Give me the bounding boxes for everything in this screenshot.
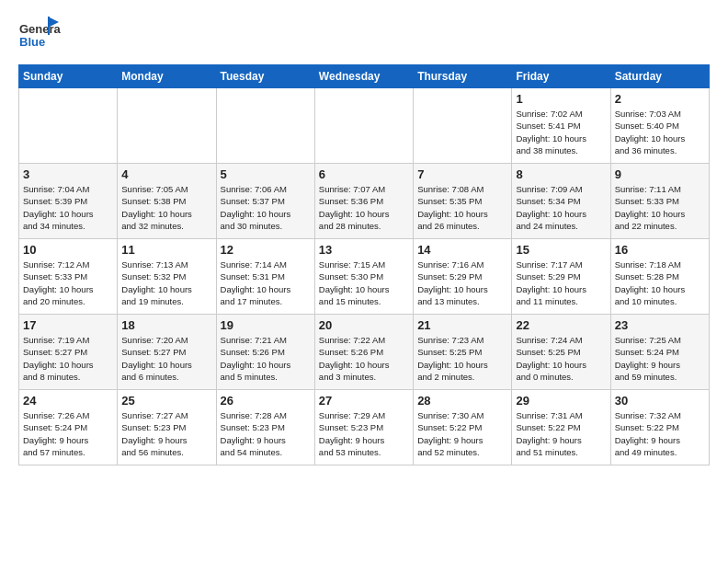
day-cell: 11Sunrise: 7:13 AM Sunset: 5:32 PM Dayli… bbox=[118, 239, 216, 315]
col-header-friday: Friday bbox=[512, 65, 610, 88]
header: General Blue bbox=[18, 15, 710, 57]
day-info: Sunrise: 7:14 AM Sunset: 5:31 PM Dayligh… bbox=[221, 259, 311, 307]
day-cell: 29Sunrise: 7:31 AM Sunset: 5:22 PM Dayli… bbox=[512, 390, 610, 465]
day-info: Sunrise: 7:17 AM Sunset: 5:29 PM Dayligh… bbox=[516, 259, 606, 307]
day-info: Sunrise: 7:03 AM Sunset: 5:40 PM Dayligh… bbox=[615, 108, 705, 156]
svg-rect-4 bbox=[48, 17, 50, 35]
calendar-table: SundayMondayTuesdayWednesdayThursdayFrid… bbox=[18, 64, 710, 465]
day-number: 28 bbox=[417, 394, 507, 408]
day-cell: 23Sunrise: 7:25 AM Sunset: 5:24 PM Dayli… bbox=[610, 315, 709, 390]
day-cell: 6Sunrise: 7:07 AM Sunset: 5:36 PM Daylig… bbox=[314, 164, 413, 239]
day-cell: 18Sunrise: 7:20 AM Sunset: 5:27 PM Dayli… bbox=[118, 315, 216, 390]
day-info: Sunrise: 7:22 AM Sunset: 5:26 PM Dayligh… bbox=[319, 334, 409, 383]
day-info: Sunrise: 7:20 AM Sunset: 5:27 PM Dayligh… bbox=[121, 334, 211, 383]
day-number: 12 bbox=[221, 243, 311, 257]
day-info: Sunrise: 7:23 AM Sunset: 5:25 PM Dayligh… bbox=[417, 334, 507, 383]
day-info: Sunrise: 7:05 AM Sunset: 5:38 PM Dayligh… bbox=[121, 183, 211, 232]
day-cell: 12Sunrise: 7:14 AM Sunset: 5:31 PM Dayli… bbox=[216, 239, 314, 315]
day-number: 21 bbox=[417, 318, 507, 332]
day-cell: 4Sunrise: 7:05 AM Sunset: 5:38 PM Daylig… bbox=[118, 164, 216, 239]
col-header-saturday: Saturday bbox=[610, 65, 709, 88]
day-cell: 25Sunrise: 7:27 AM Sunset: 5:23 PM Dayli… bbox=[118, 390, 216, 465]
calendar-header-row: SundayMondayTuesdayWednesdayThursdayFrid… bbox=[19, 65, 710, 88]
day-cell: 9Sunrise: 7:11 AM Sunset: 5:33 PM Daylig… bbox=[610, 164, 709, 239]
day-number: 2 bbox=[615, 92, 705, 106]
day-info: Sunrise: 7:04 AM Sunset: 5:39 PM Dayligh… bbox=[23, 183, 113, 232]
day-number: 3 bbox=[23, 167, 113, 181]
week-row-4: 17Sunrise: 7:19 AM Sunset: 5:27 PM Dayli… bbox=[19, 315, 710, 390]
day-info: Sunrise: 7:06 AM Sunset: 5:37 PM Dayligh… bbox=[221, 183, 311, 232]
day-number: 9 bbox=[615, 167, 705, 181]
day-cell: 27Sunrise: 7:29 AM Sunset: 5:23 PM Dayli… bbox=[314, 390, 413, 465]
day-info: Sunrise: 7:21 AM Sunset: 5:26 PM Dayligh… bbox=[221, 334, 311, 383]
day-info: Sunrise: 7:29 AM Sunset: 5:23 PM Dayligh… bbox=[319, 409, 409, 458]
day-number: 23 bbox=[615, 318, 705, 332]
week-row-2: 3Sunrise: 7:04 AM Sunset: 5:39 PM Daylig… bbox=[19, 164, 710, 239]
week-row-1: 1Sunrise: 7:02 AM Sunset: 5:41 PM Daylig… bbox=[19, 88, 710, 164]
day-cell: 3Sunrise: 7:04 AM Sunset: 5:39 PM Daylig… bbox=[19, 164, 118, 239]
day-info: Sunrise: 7:27 AM Sunset: 5:23 PM Dayligh… bbox=[121, 409, 211, 458]
day-number: 25 bbox=[121, 394, 211, 408]
col-header-sunday: Sunday bbox=[19, 65, 118, 88]
day-cell: 8Sunrise: 7:09 AM Sunset: 5:34 PM Daylig… bbox=[512, 164, 610, 239]
day-cell: 30Sunrise: 7:32 AM Sunset: 5:22 PM Dayli… bbox=[610, 390, 709, 465]
week-row-5: 24Sunrise: 7:26 AM Sunset: 5:24 PM Dayli… bbox=[19, 390, 710, 465]
day-cell: 17Sunrise: 7:19 AM Sunset: 5:27 PM Dayli… bbox=[19, 315, 118, 390]
svg-text:Blue: Blue bbox=[19, 35, 45, 49]
day-info: Sunrise: 7:07 AM Sunset: 5:36 PM Dayligh… bbox=[319, 183, 409, 232]
day-info: Sunrise: 7:02 AM Sunset: 5:41 PM Dayligh… bbox=[516, 108, 606, 156]
day-info: Sunrise: 7:25 AM Sunset: 5:24 PM Dayligh… bbox=[615, 334, 705, 383]
day-number: 24 bbox=[23, 394, 113, 408]
day-info: Sunrise: 7:18 AM Sunset: 5:28 PM Dayligh… bbox=[615, 259, 705, 307]
day-cell bbox=[414, 88, 512, 164]
day-number: 14 bbox=[417, 243, 507, 257]
day-cell: 19Sunrise: 7:21 AM Sunset: 5:26 PM Dayli… bbox=[216, 315, 314, 390]
day-cell: 13Sunrise: 7:15 AM Sunset: 5:30 PM Dayli… bbox=[314, 239, 413, 315]
day-cell: 2Sunrise: 7:03 AM Sunset: 5:40 PM Daylig… bbox=[610, 88, 709, 164]
day-info: Sunrise: 7:19 AM Sunset: 5:27 PM Dayligh… bbox=[23, 334, 113, 383]
col-header-monday: Monday bbox=[118, 65, 216, 88]
day-info: Sunrise: 7:16 AM Sunset: 5:29 PM Dayligh… bbox=[417, 259, 507, 307]
day-number: 13 bbox=[319, 243, 409, 257]
col-header-tuesday: Tuesday bbox=[216, 65, 314, 88]
day-info: Sunrise: 7:09 AM Sunset: 5:34 PM Dayligh… bbox=[516, 183, 606, 232]
day-info: Sunrise: 7:08 AM Sunset: 5:35 PM Dayligh… bbox=[417, 183, 507, 232]
day-number: 7 bbox=[417, 167, 507, 181]
day-number: 15 bbox=[516, 243, 606, 257]
day-number: 22 bbox=[516, 318, 606, 332]
day-number: 30 bbox=[615, 394, 705, 408]
day-number: 6 bbox=[319, 167, 409, 181]
day-cell: 14Sunrise: 7:16 AM Sunset: 5:29 PM Dayli… bbox=[414, 239, 512, 315]
day-cell: 20Sunrise: 7:22 AM Sunset: 5:26 PM Dayli… bbox=[314, 315, 413, 390]
logo-icon: General Blue bbox=[18, 15, 61, 57]
day-cell bbox=[314, 88, 413, 164]
day-cell: 5Sunrise: 7:06 AM Sunset: 5:37 PM Daylig… bbox=[216, 164, 314, 239]
col-header-thursday: Thursday bbox=[414, 65, 512, 88]
day-number: 10 bbox=[23, 243, 113, 257]
week-row-3: 10Sunrise: 7:12 AM Sunset: 5:33 PM Dayli… bbox=[19, 239, 710, 315]
col-header-wednesday: Wednesday bbox=[314, 65, 413, 88]
day-cell: 28Sunrise: 7:30 AM Sunset: 5:22 PM Dayli… bbox=[414, 390, 512, 465]
day-cell: 10Sunrise: 7:12 AM Sunset: 5:33 PM Dayli… bbox=[19, 239, 118, 315]
day-cell: 7Sunrise: 7:08 AM Sunset: 5:35 PM Daylig… bbox=[414, 164, 512, 239]
day-cell: 24Sunrise: 7:26 AM Sunset: 5:24 PM Dayli… bbox=[19, 390, 118, 465]
day-cell: 16Sunrise: 7:18 AM Sunset: 5:28 PM Dayli… bbox=[610, 239, 709, 315]
day-info: Sunrise: 7:13 AM Sunset: 5:32 PM Dayligh… bbox=[121, 259, 211, 307]
day-info: Sunrise: 7:26 AM Sunset: 5:24 PM Dayligh… bbox=[23, 409, 113, 458]
day-number: 11 bbox=[121, 243, 211, 257]
day-cell: 21Sunrise: 7:23 AM Sunset: 5:25 PM Dayli… bbox=[414, 315, 512, 390]
day-number: 4 bbox=[121, 167, 211, 181]
day-info: Sunrise: 7:12 AM Sunset: 5:33 PM Dayligh… bbox=[23, 259, 113, 307]
day-number: 5 bbox=[221, 167, 311, 181]
day-info: Sunrise: 7:31 AM Sunset: 5:22 PM Dayligh… bbox=[516, 409, 606, 458]
day-info: Sunrise: 7:11 AM Sunset: 5:33 PM Dayligh… bbox=[615, 183, 705, 232]
day-cell: 15Sunrise: 7:17 AM Sunset: 5:29 PM Dayli… bbox=[512, 239, 610, 315]
day-number: 1 bbox=[516, 92, 606, 106]
calendar-page: General Blue SundayMondayTuesdayWednesda… bbox=[0, 0, 728, 475]
day-info: Sunrise: 7:15 AM Sunset: 5:30 PM Dayligh… bbox=[319, 259, 409, 307]
day-number: 20 bbox=[319, 318, 409, 332]
day-cell: 1Sunrise: 7:02 AM Sunset: 5:41 PM Daylig… bbox=[512, 88, 610, 164]
day-cell bbox=[19, 88, 118, 164]
day-number: 19 bbox=[221, 318, 311, 332]
day-cell: 22Sunrise: 7:24 AM Sunset: 5:25 PM Dayli… bbox=[512, 315, 610, 390]
